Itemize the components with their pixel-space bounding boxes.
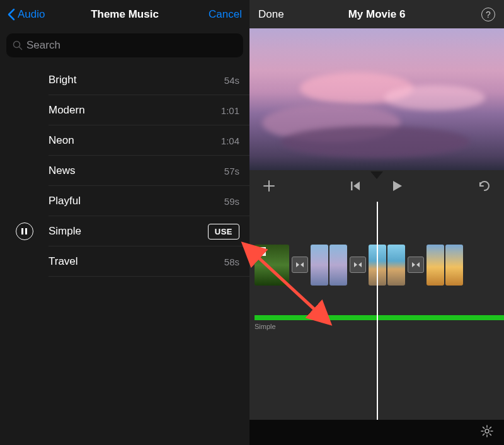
video-clip[interactable] (445, 245, 463, 286)
gear-icon (480, 424, 494, 438)
track-row-modern[interactable]: Modern 1:01 (0, 95, 249, 125)
track-duration: 54s (224, 75, 239, 86)
video-clip[interactable] (329, 245, 347, 286)
video-clip[interactable] (427, 245, 444, 286)
transition-button[interactable] (350, 257, 366, 273)
transition-icon (411, 260, 420, 269)
undo-button[interactable] (478, 180, 491, 192)
pause-icon (21, 228, 27, 234)
playhead[interactable] (377, 202, 378, 420)
video-preview[interactable] (249, 28, 504, 170)
done-button[interactable]: Done (258, 8, 284, 21)
track-duration: 1:04 (221, 136, 239, 146)
pause-button[interactable] (16, 222, 33, 240)
track-duration: 1:01 (221, 105, 239, 116)
video-clip[interactable] (311, 245, 328, 286)
track-row-bright[interactable]: Bright 54s (0, 65, 249, 95)
svg-line-1 (20, 47, 22, 50)
help-icon: ? (486, 9, 491, 20)
transition-button[interactable] (292, 257, 308, 273)
svg-point-3 (485, 429, 489, 433)
track-duration: 59s (224, 196, 239, 207)
timeline[interactable]: Simple (249, 202, 504, 420)
audio-track[interactable] (255, 315, 504, 320)
bottom-toolbar (249, 420, 504, 445)
search-container: Search (0, 28, 249, 62)
track-row-travel[interactable]: Travel 58s (0, 246, 249, 277)
track-list: Bright 54s Modern 1:01 Neon 1:04 News 57… (0, 62, 249, 445)
track-name: Neon (49, 134, 221, 147)
settings-button[interactable] (480, 424, 494, 441)
editor-panel: Done My Movie 6 ? (249, 0, 504, 445)
track-name: Playful (49, 195, 224, 207)
back-label: Audio (18, 8, 45, 21)
track-name: Modern (49, 104, 221, 117)
transition-icon (353, 260, 362, 269)
chevron-left-icon (8, 8, 15, 21)
transition-button[interactable] (408, 257, 424, 273)
project-title: My Movie 6 (348, 8, 406, 21)
help-button[interactable]: ? (481, 8, 495, 21)
video-clip[interactable] (255, 245, 289, 286)
track-row-playful[interactable]: Playful 59s (0, 186, 249, 216)
track-name: Bright (49, 74, 224, 86)
track-duration: 57s (224, 166, 239, 176)
track-row-simple[interactable]: Simple USE (0, 216, 249, 246)
page-title: Theme Music (91, 8, 159, 21)
cancel-button[interactable]: Cancel (209, 8, 242, 21)
track-duration: 58s (224, 257, 239, 267)
theme-music-header: Audio Theme Music Cancel (0, 0, 249, 28)
transition-icon (295, 260, 304, 269)
editor-header: Done My Movie 6 ? (249, 0, 504, 28)
add-media-button[interactable] (262, 179, 276, 193)
track-name: Travel (49, 255, 224, 268)
svg-rect-2 (351, 182, 353, 190)
play-button[interactable] (390, 179, 404, 193)
track-row-neon[interactable]: Neon 1:04 (0, 125, 249, 156)
back-button[interactable]: Audio (8, 8, 45, 21)
preview-frame (249, 28, 504, 170)
theme-music-panel: Audio Theme Music Cancel Search Bright 5… (0, 0, 249, 445)
use-button[interactable]: USE (208, 224, 239, 240)
skip-back-button[interactable] (350, 180, 361, 192)
search-input[interactable]: Search (6, 33, 243, 57)
track-name: Simple (49, 225, 208, 238)
playhead-marker-icon (370, 171, 383, 179)
track-name: News (49, 165, 224, 177)
search-placeholder: Search (26, 39, 60, 52)
video-clip[interactable] (387, 245, 405, 286)
search-icon (13, 40, 23, 50)
track-row-news[interactable]: News 57s (0, 156, 249, 186)
